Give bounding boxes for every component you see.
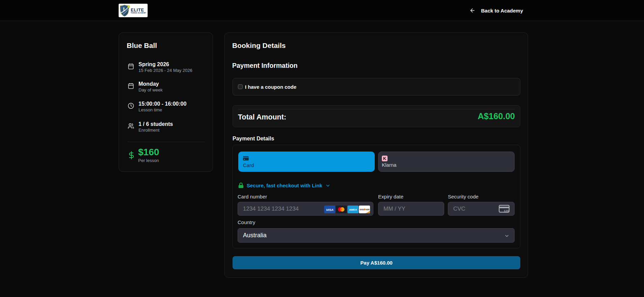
svg-text:ELITE: ELITE (131, 7, 144, 12)
svg-text:AMEX: AMEX (349, 208, 357, 211)
svg-text:VISA: VISA (326, 208, 333, 212)
svg-text:TENNIS ACADEMY: TENNIS ACADEMY (131, 12, 146, 14)
svg-text:123: 123 (504, 209, 509, 213)
svg-text:VER: VER (366, 209, 370, 211)
